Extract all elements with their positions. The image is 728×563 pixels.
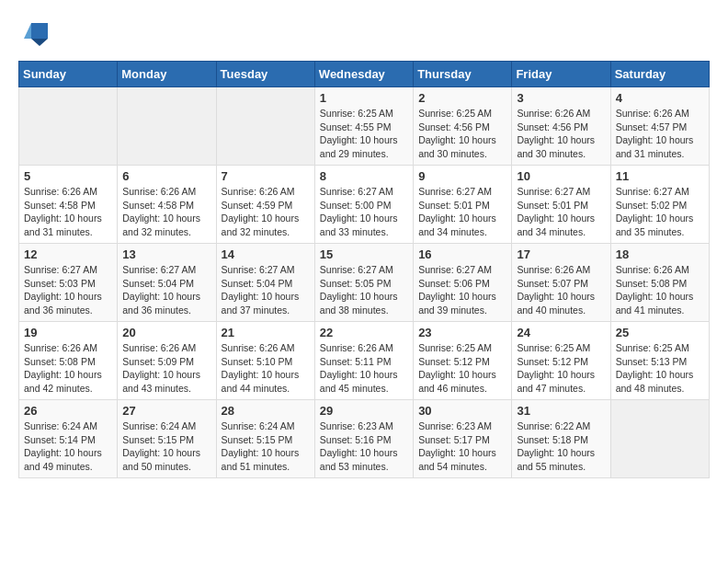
- calendar-week-2: 5Sunrise: 6:26 AMSunset: 4:58 PMDaylight…: [19, 166, 710, 244]
- calendar-cell: 23Sunrise: 6:25 AMSunset: 5:12 PMDayligh…: [414, 322, 512, 400]
- day-info: Sunrise: 6:24 AMSunset: 5:15 PMDaylight:…: [222, 419, 310, 474]
- day-info: Sunrise: 6:25 AMSunset: 4:55 PMDaylight:…: [320, 107, 408, 161]
- day-number: 2: [418, 91, 506, 105]
- day-info: Sunrise: 6:26 AMSunset: 5:08 PMDaylight:…: [24, 341, 112, 396]
- calendar-cell: 30Sunrise: 6:23 AMSunset: 5:17 PMDayligh…: [414, 400, 512, 478]
- day-number: 9: [418, 169, 506, 183]
- day-number: 19: [24, 326, 112, 339]
- day-info: Sunrise: 6:27 AMSunset: 5:01 PMDaylight:…: [418, 185, 506, 239]
- day-info: Sunrise: 6:26 AMSunset: 5:10 PMDaylight:…: [222, 341, 310, 396]
- day-info: Sunrise: 6:27 AMSunset: 5:04 PMDaylight:…: [222, 263, 310, 317]
- day-number: 21: [222, 326, 310, 339]
- weekday-header-sunday: Sunday: [19, 62, 118, 87]
- day-info: Sunrise: 6:27 AMSunset: 5:03 PMDaylight:…: [24, 263, 112, 317]
- day-info: Sunrise: 6:27 AMSunset: 5:01 PMDaylight:…: [517, 185, 605, 239]
- calendar-cell: 18Sunrise: 6:26 AMSunset: 5:08 PMDayligh…: [610, 244, 709, 322]
- day-info: Sunrise: 6:27 AMSunset: 5:05 PMDaylight:…: [320, 263, 408, 317]
- day-number: 12: [24, 247, 112, 261]
- day-info: Sunrise: 6:26 AMSunset: 4:56 PMDaylight:…: [517, 107, 605, 161]
- day-number: 16: [418, 247, 506, 261]
- calendar-cell: 26Sunrise: 6:24 AMSunset: 5:14 PMDayligh…: [19, 400, 118, 478]
- svg-marker-1: [31, 39, 48, 46]
- svg-marker-2: [24, 23, 31, 39]
- calendar-cell: 21Sunrise: 6:26 AMSunset: 5:10 PMDayligh…: [216, 322, 314, 400]
- day-info: Sunrise: 6:26 AMSunset: 5:07 PMDaylight:…: [517, 263, 605, 317]
- weekday-header-monday: Monday: [118, 62, 216, 87]
- day-number: 5: [24, 169, 112, 183]
- calendar-cell: 22Sunrise: 6:26 AMSunset: 5:11 PMDayligh…: [314, 322, 413, 400]
- day-number: 31: [517, 404, 605, 418]
- day-info: Sunrise: 6:25 AMSunset: 5:13 PMDaylight:…: [616, 341, 704, 396]
- calendar-cell: 19Sunrise: 6:26 AMSunset: 5:08 PMDayligh…: [19, 322, 118, 400]
- calendar-week-1: 1Sunrise: 6:25 AMSunset: 4:55 PMDaylight…: [19, 87, 710, 166]
- weekday-header-wednesday: Wednesday: [314, 62, 413, 87]
- weekday-header-saturday: Saturday: [610, 62, 709, 87]
- day-info: Sunrise: 6:26 AMSunset: 4:59 PMDaylight:…: [222, 185, 310, 239]
- day-info: Sunrise: 6:26 AMSunset: 4:57 PMDaylight:…: [616, 107, 704, 161]
- calendar-cell: 12Sunrise: 6:27 AMSunset: 5:03 PMDayligh…: [19, 244, 118, 322]
- calendar-cell: 4Sunrise: 6:26 AMSunset: 4:57 PMDaylight…: [610, 87, 709, 166]
- calendar-cell: 1Sunrise: 6:25 AMSunset: 4:55 PMDaylight…: [314, 87, 413, 166]
- day-info: Sunrise: 6:22 AMSunset: 5:18 PMDaylight:…: [517, 419, 605, 474]
- day-info: Sunrise: 6:27 AMSunset: 5:02 PMDaylight:…: [616, 185, 704, 239]
- calendar-week-5: 26Sunrise: 6:24 AMSunset: 5:14 PMDayligh…: [19, 400, 710, 478]
- calendar-cell: 5Sunrise: 6:26 AMSunset: 4:58 PMDaylight…: [19, 166, 118, 244]
- calendar-cell: [610, 400, 709, 478]
- day-number: 18: [616, 247, 704, 261]
- calendar-cell: 17Sunrise: 6:26 AMSunset: 5:07 PMDayligh…: [512, 244, 610, 322]
- day-info: Sunrise: 6:25 AMSunset: 5:12 PMDaylight:…: [517, 341, 605, 396]
- logo: [18, 18, 50, 46]
- calendar-cell: 11Sunrise: 6:27 AMSunset: 5:02 PMDayligh…: [610, 166, 709, 244]
- calendar-cell: 10Sunrise: 6:27 AMSunset: 5:01 PMDayligh…: [512, 166, 610, 244]
- day-number: 23: [418, 326, 506, 339]
- calendar-cell: [19, 87, 118, 166]
- calendar-cell: 27Sunrise: 6:24 AMSunset: 5:15 PMDayligh…: [118, 400, 216, 478]
- day-number: 7: [222, 169, 310, 183]
- day-number: 6: [122, 169, 210, 183]
- day-number: 22: [320, 326, 408, 339]
- day-number: 4: [616, 91, 704, 105]
- svg-marker-0: [31, 23, 48, 39]
- day-info: Sunrise: 6:26 AMSunset: 5:09 PMDaylight:…: [122, 341, 210, 396]
- day-info: Sunrise: 6:27 AMSunset: 5:00 PMDaylight:…: [320, 185, 408, 239]
- day-number: 27: [122, 404, 210, 418]
- calendar-cell: [216, 87, 314, 166]
- day-number: 20: [122, 326, 210, 339]
- calendar-cell: 15Sunrise: 6:27 AMSunset: 5:05 PMDayligh…: [314, 244, 413, 322]
- day-number: 8: [320, 169, 408, 183]
- day-info: Sunrise: 6:26 AMSunset: 5:11 PMDaylight:…: [320, 341, 408, 396]
- calendar-cell: 13Sunrise: 6:27 AMSunset: 5:04 PMDayligh…: [118, 244, 216, 322]
- day-info: Sunrise: 6:23 AMSunset: 5:17 PMDaylight:…: [418, 419, 506, 474]
- day-number: 15: [320, 247, 408, 261]
- weekday-header-friday: Friday: [512, 62, 610, 87]
- calendar-cell: 20Sunrise: 6:26 AMSunset: 5:09 PMDayligh…: [118, 322, 216, 400]
- day-info: Sunrise: 6:25 AMSunset: 5:12 PMDaylight:…: [418, 341, 506, 396]
- calendar-cell: 7Sunrise: 6:26 AMSunset: 4:59 PMDaylight…: [216, 166, 314, 244]
- calendar-cell: 3Sunrise: 6:26 AMSunset: 4:56 PMDaylight…: [512, 87, 610, 166]
- calendar-cell: 16Sunrise: 6:27 AMSunset: 5:06 PMDayligh…: [414, 244, 512, 322]
- calendar-cell: 31Sunrise: 6:22 AMSunset: 5:18 PMDayligh…: [512, 400, 610, 478]
- day-number: 24: [517, 326, 605, 339]
- day-info: Sunrise: 6:24 AMSunset: 5:15 PMDaylight:…: [122, 419, 210, 474]
- calendar-cell: 9Sunrise: 6:27 AMSunset: 5:01 PMDaylight…: [414, 166, 512, 244]
- day-number: 25: [616, 326, 704, 339]
- weekday-header-tuesday: Tuesday: [216, 62, 314, 87]
- logo-icon: [22, 18, 50, 46]
- calendar-cell: 29Sunrise: 6:23 AMSunset: 5:16 PMDayligh…: [314, 400, 413, 478]
- day-number: 30: [418, 404, 506, 418]
- calendar-cell: 25Sunrise: 6:25 AMSunset: 5:13 PMDayligh…: [610, 322, 709, 400]
- day-info: Sunrise: 6:26 AMSunset: 5:08 PMDaylight:…: [616, 263, 704, 317]
- day-number: 29: [320, 404, 408, 418]
- day-number: 11: [616, 169, 704, 183]
- calendar-week-4: 19Sunrise: 6:26 AMSunset: 5:08 PMDayligh…: [19, 322, 710, 400]
- day-number: 1: [320, 91, 408, 105]
- calendar-cell: [118, 87, 216, 166]
- day-info: Sunrise: 6:27 AMSunset: 5:04 PMDaylight:…: [122, 263, 210, 317]
- calendar-cell: 2Sunrise: 6:25 AMSunset: 4:56 PMDaylight…: [414, 87, 512, 166]
- calendar-week-3: 12Sunrise: 6:27 AMSunset: 5:03 PMDayligh…: [19, 244, 710, 322]
- day-number: 26: [24, 404, 112, 418]
- day-info: Sunrise: 6:24 AMSunset: 5:14 PMDaylight:…: [24, 419, 112, 474]
- day-info: Sunrise: 6:23 AMSunset: 5:16 PMDaylight:…: [320, 419, 408, 474]
- day-number: 28: [222, 404, 310, 418]
- day-info: Sunrise: 6:25 AMSunset: 4:56 PMDaylight:…: [418, 107, 506, 161]
